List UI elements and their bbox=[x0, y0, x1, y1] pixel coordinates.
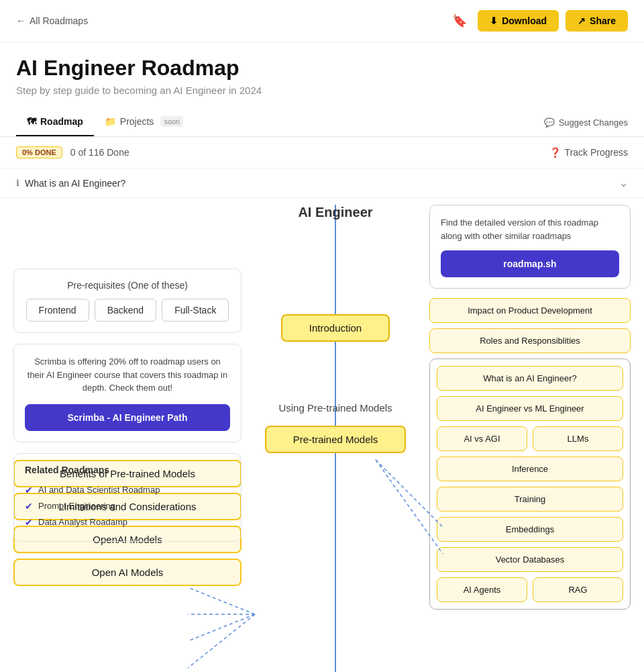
top-nav: ← All Roadmaps 🔖 ⬇ Download ↗ Share bbox=[0, 0, 644, 42]
impact-label: Impact on Product Development bbox=[468, 305, 592, 316]
bookmark-icon: 🔖 bbox=[452, 14, 467, 28]
download-icon: ⬇ bbox=[490, 15, 498, 26]
roadmap-tab-label: Roadmap bbox=[40, 116, 83, 127]
ai-agents-rag-row: AI Agents RAG bbox=[437, 577, 623, 602]
fullstack-button[interactable]: Full-Stack bbox=[162, 299, 229, 322]
ai-vs-ml-label: AI Engineer vs ML Engineer bbox=[476, 403, 584, 414]
projects-tab-badge: soon bbox=[160, 116, 183, 127]
what-is-ai-engineer-node[interactable]: What is an AI Engineer? bbox=[437, 366, 623, 391]
roadmap-sh-text: Find the detailed version of this roadma… bbox=[441, 216, 619, 242]
roles-node[interactable]: Roles and Responsiblities bbox=[429, 328, 631, 353]
scrimba-label: Scrimba - AI Engineer Path bbox=[67, 412, 187, 423]
right-section-box: What is an AI Engineer? AI Engineer vs M… bbox=[429, 358, 631, 610]
check-icon-1: ✔ bbox=[25, 501, 33, 512]
tab-projects[interactable]: 📁 Projects soon bbox=[94, 108, 194, 136]
track-progress-icon: ❓ bbox=[549, 147, 561, 158]
prereq-card: Pre-requisites (One of these) Frontend B… bbox=[13, 269, 241, 333]
impact-node[interactable]: Impact on Product Development bbox=[429, 298, 631, 323]
projects-tab-icon: 📁 bbox=[105, 116, 116, 127]
back-link[interactable]: ← All Roadmaps bbox=[16, 15, 88, 26]
roles-label: Roles and Responsiblities bbox=[480, 336, 580, 346]
inference-label: Inference bbox=[512, 464, 548, 474]
related-label-2: Data Analyst Roadamp bbox=[38, 517, 127, 527]
share-label: Share bbox=[590, 15, 616, 26]
top-actions: 🔖 ⬇ Download ↗ Share bbox=[448, 9, 628, 32]
tab-roadmap[interactable]: 🗺 Roadmap bbox=[16, 108, 94, 136]
vector-databases-label: Vector Databases bbox=[496, 555, 565, 565]
download-label: Download bbox=[502, 15, 547, 26]
training-label: Training bbox=[515, 494, 545, 504]
ai-vs-agi-node[interactable]: AI vs AGI bbox=[437, 426, 527, 451]
scrimba-button[interactable]: Scrimba - AI Engineer Path bbox=[25, 404, 230, 431]
open-ai-models-node[interactable]: Open AI Models bbox=[13, 559, 241, 586]
back-arrow-icon: ← bbox=[16, 15, 25, 26]
download-button[interactable]: ⬇ Download bbox=[478, 10, 559, 32]
track-progress-button[interactable]: ❓ Track Progress bbox=[549, 147, 628, 158]
check-icon-2: ✔ bbox=[25, 517, 33, 528]
faq-question: What is an AI Engineer? bbox=[25, 178, 125, 189]
bookmark-button[interactable]: 🔖 bbox=[448, 9, 471, 32]
inference-node[interactable]: Inference bbox=[437, 457, 623, 481]
llms-node[interactable]: LLMs bbox=[533, 426, 623, 451]
promo-card: Scrimba is offering 20% off to roadmap u… bbox=[13, 344, 241, 442]
suggest-icon: 💬 bbox=[544, 117, 555, 128]
llms-label: LLMs bbox=[568, 434, 589, 444]
faq-row[interactable]: ℹ What is an AI Engineer? ⌄ bbox=[0, 168, 644, 198]
related-item-0[interactable]: ✔ AI and Data Scientist Roadmap bbox=[25, 482, 230, 498]
check-icon-0: ✔ bbox=[25, 485, 33, 495]
related-title: Related Roadmaps bbox=[25, 465, 230, 475]
promo-text: Scrimba is offering 20% off to roadmap u… bbox=[25, 355, 230, 395]
page-subtitle: Step by step guide to becoming an AI Eng… bbox=[16, 85, 628, 96]
progress-section: 0% DONE 0 of 116 Done ❓ Track Progress bbox=[0, 137, 644, 168]
prereq-title: Pre-requisites (One of these) bbox=[25, 280, 230, 291]
chevron-down-icon: ⌄ bbox=[619, 177, 628, 189]
projects-tab-label: Projects bbox=[120, 116, 154, 127]
roadmap-sh-card: Find the detailed version of this roadma… bbox=[429, 205, 631, 289]
share-icon: ↗ bbox=[578, 15, 586, 26]
done-badge: 0% DONE bbox=[16, 146, 62, 158]
track-progress-label: Track Progress bbox=[565, 147, 628, 158]
ai-agi-llms-row: AI vs AGI LLMs bbox=[437, 426, 623, 451]
training-node[interactable]: Training bbox=[437, 487, 623, 512]
share-button[interactable]: ↗ Share bbox=[566, 10, 628, 32]
rag-label: RAG bbox=[568, 585, 587, 595]
intro-node-wrapper: Introduction bbox=[281, 314, 390, 342]
backend-label: Backend bbox=[107, 305, 144, 316]
vector-databases-node[interactable]: Vector Databases bbox=[437, 547, 623, 572]
embeddings-node[interactable]: Embeddings bbox=[437, 517, 623, 542]
page-title: AI Engineer Roadmap bbox=[16, 56, 628, 81]
page-header: AI Engineer Roadmap Step by step guide t… bbox=[0, 42, 644, 96]
ai-vs-agi-label: AI vs AGI bbox=[464, 434, 500, 444]
roadmap-sh-label: roadmap.sh bbox=[503, 258, 556, 269]
intro-node[interactable]: Introduction bbox=[281, 314, 390, 342]
ai-agents-node[interactable]: AI Agents bbox=[437, 577, 527, 602]
frontend-label: Frontend bbox=[39, 305, 76, 316]
related-label-0: AI and Data Scientist Roadmap bbox=[38, 485, 160, 495]
ai-agents-label: AI Agents bbox=[464, 585, 501, 595]
open-ai-models-label: Open AI Models bbox=[92, 567, 164, 578]
pretrained-node[interactable]: Pre-trained Models bbox=[265, 426, 407, 453]
pretrained-node-wrapper: Pre-trained Models bbox=[265, 426, 407, 453]
progress-left: 0% DONE 0 of 116 Done bbox=[16, 146, 129, 158]
related-card: Related Roadmaps ✔ AI and Data Scientist… bbox=[13, 453, 241, 542]
main-title: AI Engineer bbox=[298, 205, 372, 220]
roadmap-sh-button[interactable]: roadmap.sh bbox=[441, 250, 619, 277]
related-label-1: Prompt Engineering bbox=[38, 501, 115, 511]
related-item-1[interactable]: ✔ Prompt Engineering bbox=[25, 498, 230, 514]
suggest-label: Suggest Changes bbox=[559, 117, 628, 128]
tabs-left: 🗺 Roadmap 📁 Projects soon bbox=[16, 108, 194, 136]
embeddings-label: Embeddings bbox=[506, 524, 554, 534]
back-label: All Roadmaps bbox=[30, 15, 88, 26]
diagram-center: AI Engineer Introduction Using Pre-train… bbox=[241, 205, 429, 672]
related-item-2[interactable]: ✔ Data Analyst Roadamp bbox=[25, 514, 230, 530]
faq-left: ℹ What is an AI Engineer? bbox=[16, 178, 125, 189]
pretrained-label: Pre-trained Models bbox=[293, 434, 378, 445]
backend-button[interactable]: Backend bbox=[95, 299, 156, 322]
what-is-ai-engineer-label: What is an AI Engineer? bbox=[483, 373, 576, 383]
prereq-buttons: Frontend Backend Full-Stack bbox=[25, 299, 230, 322]
frontend-button[interactable]: Frontend bbox=[26, 299, 89, 322]
suggest-changes-button[interactable]: 💬 Suggest Changes bbox=[544, 117, 628, 128]
done-count: 0 of 116 Done bbox=[70, 147, 129, 158]
ai-vs-ml-node[interactable]: AI Engineer vs ML Engineer bbox=[437, 396, 623, 421]
rag-node[interactable]: RAG bbox=[533, 577, 623, 602]
